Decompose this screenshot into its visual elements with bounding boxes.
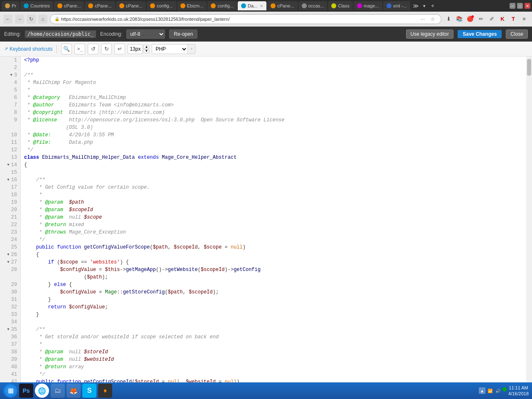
- tab-icon-xml: [387, 3, 392, 8]
- taskbar-app-skype[interactable]: S: [82, 384, 96, 398]
- tab-icon-cpanel1: [57, 3, 62, 8]
- language-select[interactable]: PHP JavaScript HTML CSS Python: [152, 44, 188, 54]
- taskbar-app-sublime[interactable]: ♦: [98, 384, 112, 398]
- save-changes-button[interactable]: Save Changes: [458, 30, 502, 38]
- code-line-37: *: [21, 341, 532, 348]
- code-line-34: [21, 318, 532, 326]
- tray-icon-network[interactable]: 📶: [487, 387, 493, 394]
- tab-dropdown-button[interactable]: ▾: [421, 3, 427, 9]
- language-select-group: PHP JavaScript HTML CSS Python ▼: [152, 44, 195, 54]
- back-button[interactable]: ←: [3, 15, 12, 24]
- code-content[interactable]: <?php /** * MailChimp For Magento * * @c…: [21, 57, 532, 382]
- more-options-icon[interactable]: ···: [419, 15, 427, 23]
- tab-cpanel4[interactable]: cPane...: [267, 1, 297, 10]
- tab-countries[interactable]: Countries: [20, 1, 53, 10]
- tab-mage[interactable]: mage...: [354, 1, 382, 10]
- extension-icon-red[interactable]: 🔴: [466, 15, 475, 24]
- tab-label-cpanel1: cPane...: [64, 3, 81, 8]
- code-editor-area[interactable]: 1 2 ▼3 4 5 6 7 8 9 10 11 12 13 ▼14 15 ▼1…: [0, 57, 532, 382]
- encoding-select[interactable]: utf-8 ISO-8859-1: [126, 30, 165, 39]
- keyboard-shortcuts-link[interactable]: ↗ Keyboard shortcuts: [4, 46, 52, 52]
- code-line-13: class Ebizmarts_MailChimp_Helper_Data ex…: [21, 154, 532, 161]
- font-size-down[interactable]: ▼: [143, 49, 149, 53]
- tab-cpanel2[interactable]: cPane...: [85, 1, 115, 10]
- font-size-group: ▲ ▼: [128, 44, 149, 54]
- edit-icon-2[interactable]: ✐: [487, 15, 496, 24]
- tray-icon-volume[interactable]: 🔊: [495, 387, 501, 394]
- edit-icon-1[interactable]: ✏: [476, 15, 485, 24]
- language-dropdown-arrow[interactable]: ▼: [188, 44, 195, 54]
- new-tab-button[interactable]: ≫: [411, 2, 421, 9]
- close-editor-button[interactable]: Close: [506, 30, 528, 39]
- tab-label-countries: Countries: [30, 3, 50, 8]
- line-num-26: ▼26: [0, 251, 20, 259]
- tab-ebizm[interactable]: Ebizm...: [177, 1, 207, 10]
- line-num-15: 15: [0, 169, 20, 176]
- refresh-button[interactable]: ↻: [27, 15, 36, 24]
- vertical-scrollbar[interactable]: [526, 57, 532, 382]
- start-button[interactable]: ⊞: [3, 384, 17, 398]
- code-line-3: /**: [21, 71, 532, 79]
- tab-cpanel3[interactable]: cPane...: [116, 1, 146, 10]
- wrap-button[interactable]: ↵: [114, 44, 125, 54]
- bookmarks-icon[interactable]: 📚: [455, 15, 464, 24]
- home-button[interactable]: ⌂: [38, 15, 47, 24]
- font-size-up[interactable]: ▲: [143, 45, 149, 49]
- line-num-3: ▼3: [0, 71, 20, 79]
- forward-button[interactable]: →: [15, 15, 24, 24]
- tab-icon-cpanel4: [271, 3, 276, 8]
- code-line-18: *: [21, 191, 532, 199]
- tab-config2[interactable]: config...: [207, 1, 237, 10]
- tab-close-data[interactable]: ✕: [260, 4, 263, 8]
- line-num-18: 18: [0, 191, 20, 199]
- undo-button[interactable]: ↺: [88, 44, 99, 54]
- add-tab-button[interactable]: ＋: [428, 2, 437, 10]
- skype-icon: S: [87, 387, 92, 394]
- menu-icon[interactable]: ≡: [520, 15, 529, 24]
- line-num-20: 20: [0, 206, 20, 214]
- font-size-input[interactable]: [128, 44, 143, 54]
- taskbar-app-explorer[interactable]: 🗂: [51, 384, 65, 398]
- tab-cpanel1[interactable]: cPane...: [54, 1, 84, 10]
- tab-label-config2: config...: [217, 3, 234, 8]
- maximize-button[interactable]: □: [517, 3, 523, 9]
- line-num-24: 24: [0, 236, 20, 244]
- search-button[interactable]: 🔍: [61, 44, 72, 54]
- k-icon[interactable]: K: [498, 15, 507, 24]
- code-line-6: * @category Ebizmarts_MailChimp: [21, 94, 532, 101]
- tab-data[interactable]: Da... ✕: [238, 1, 266, 10]
- t-icon[interactable]: T: [509, 15, 518, 24]
- taskbar-app-ps[interactable]: Ps: [19, 384, 33, 398]
- code-line-2: [21, 64, 532, 71]
- taskbar-app-chrome[interactable]: 🌐: [35, 384, 49, 398]
- tab-pr[interactable]: Pr: [2, 1, 20, 10]
- code-line-42: public function getConfigScopeId($storeI…: [21, 378, 532, 382]
- tab-config1[interactable]: config...: [147, 1, 176, 10]
- bookmark-icon[interactable]: ☆: [429, 15, 437, 23]
- tab-class[interactable]: Class: [328, 1, 353, 10]
- tab-occa[interactable]: occas...: [298, 1, 328, 10]
- tray-icon-1[interactable]: ▲: [479, 387, 485, 394]
- tab-label-data: Da...: [248, 3, 257, 8]
- editor-main: Editing: /home/occasion/public_ Encoding…: [0, 27, 532, 382]
- redo-button[interactable]: ↻: [101, 44, 112, 54]
- reopen-button[interactable]: Re-open: [169, 30, 197, 39]
- line-num-21: 21: [0, 214, 20, 221]
- tab-xml[interactable]: xml -...: [383, 1, 410, 10]
- download-icon[interactable]: ⬇: [444, 15, 453, 24]
- terminal-button[interactable]: >_: [74, 44, 85, 54]
- line-num-6: 6: [0, 94, 20, 101]
- code-line-24: */: [21, 236, 532, 244]
- toolbar-icons: ⬇ 📚 🔴 ✏ ✐ K T ≡: [444, 15, 529, 24]
- tray-clock[interactable]: 11:11 AM 4/16/2018: [508, 385, 529, 397]
- tray-icon-green[interactable]: [502, 387, 507, 392]
- close-window-button[interactable]: ✕: [525, 3, 530, 9]
- minimize-button[interactable]: ─: [510, 3, 515, 9]
- address-input[interactable]: 🔒 https://occasionwearforkids.co.uk:2083…: [50, 14, 441, 24]
- line-num-25: 25: [0, 244, 20, 251]
- scrollbar-thumb[interactable]: [527, 59, 531, 76]
- use-legacy-editor-button[interactable]: Use legacy editor: [406, 30, 454, 39]
- taskbar-app-firefox[interactable]: 🦊: [66, 384, 81, 398]
- line-num-22: 22: [0, 221, 20, 229]
- tab-icon-cpanel3: [119, 3, 124, 8]
